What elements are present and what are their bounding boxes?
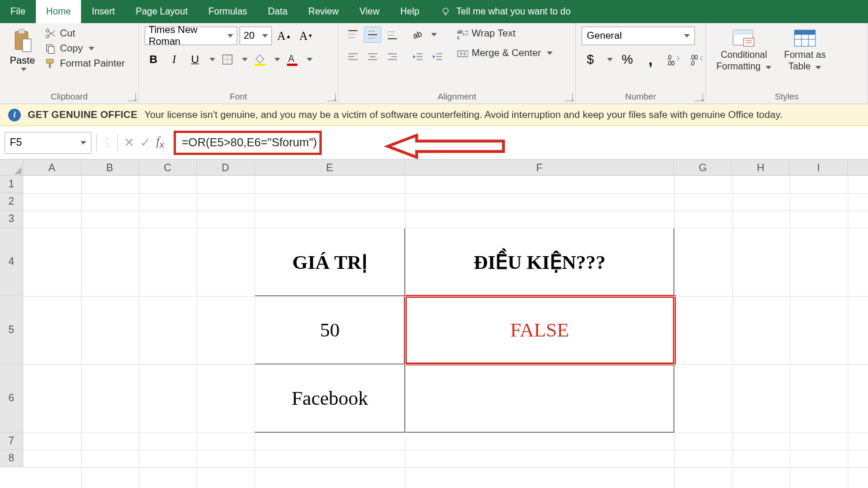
increase-indent-button[interactable]: [429, 49, 446, 65]
font-launcher[interactable]: [328, 93, 336, 101]
font-color-button[interactable]: A: [284, 51, 301, 68]
increase-font-button[interactable]: A▲: [274, 28, 294, 45]
comma-style-button[interactable]: ,: [642, 51, 659, 68]
col-header-H[interactable]: H: [732, 160, 790, 176]
format-as-label-2: Table: [789, 61, 811, 71]
svg-rect-54: [795, 30, 815, 35]
number-format-value: General: [587, 30, 621, 42]
svg-text:c: c: [457, 35, 460, 39]
decrease-decimal-button[interactable]: .00.0: [688, 51, 705, 68]
align-middle-button[interactable]: [364, 27, 381, 43]
fx-icon[interactable]: fx: [156, 135, 164, 151]
row-header-4[interactable]: 4: [0, 228, 23, 296]
tab-data[interactable]: Data: [258, 0, 298, 23]
align-top-button[interactable]: [344, 27, 362, 43]
underline-button[interactable]: U: [186, 51, 204, 68]
chevron-down-icon: [815, 66, 821, 69]
font-family-value: Times New Roman: [149, 24, 220, 47]
chevron-down-icon[interactable]: [274, 58, 280, 61]
cut-button[interactable]: Cut: [42, 27, 127, 40]
fill-color-button[interactable]: [251, 51, 269, 68]
chevron-down-icon[interactable]: [607, 58, 613, 61]
col-header-D[interactable]: D: [197, 160, 255, 176]
alignment-launcher[interactable]: [565, 93, 573, 101]
format-painter-button[interactable]: Format Painter: [42, 57, 127, 71]
format-painter-label: Format Painter: [60, 58, 124, 69]
accept-formula-button[interactable]: ✓: [140, 135, 150, 150]
tab-page-layout[interactable]: Page Layout: [125, 0, 198, 23]
font-size-select[interactable]: 20: [240, 27, 272, 45]
formula-value: =OR(E5>80,E6="Sforum"): [182, 136, 317, 149]
chevron-down-icon[interactable]: [431, 33, 437, 36]
chevron-down-icon[interactable]: [307, 58, 312, 61]
row-header-1[interactable]: 1: [0, 176, 23, 193]
paste-label: Paste: [10, 55, 35, 66]
chevron-down-icon[interactable]: [209, 58, 215, 61]
row-header-5[interactable]: 5: [0, 296, 23, 364]
row-header-6[interactable]: 6: [0, 364, 23, 432]
tab-formulas[interactable]: Formulas: [198, 0, 258, 23]
decrease-indent-button[interactable]: [409, 49, 426, 65]
cell-e6[interactable]: Facebook: [255, 364, 405, 432]
accounting-format-button[interactable]: $: [582, 51, 599, 68]
percent-button[interactable]: %: [619, 51, 636, 68]
font-family-select[interactable]: Times New Roman: [145, 27, 237, 45]
number-launcher[interactable]: [695, 93, 703, 101]
cell-f4[interactable]: ĐIỀU KIỆN???: [405, 228, 674, 296]
col-header-B[interactable]: B: [81, 160, 139, 176]
col-header-C[interactable]: C: [139, 160, 197, 176]
align-right-button[interactable]: [384, 49, 401, 65]
align-left-icon: [347, 51, 359, 62]
conditional-formatting-button[interactable]: Conditional Formatting: [712, 27, 776, 73]
align-left-button[interactable]: [344, 49, 362, 65]
cell-e5[interactable]: 50: [255, 296, 405, 364]
wrap-text-button[interactable]: abc Wrap Text: [454, 27, 555, 40]
bold-button[interactable]: B: [145, 51, 162, 68]
menu-dots-icon[interactable]: ⋮: [102, 137, 112, 148]
row-header-3[interactable]: 3: [0, 210, 23, 228]
col-header-I[interactable]: I: [790, 160, 848, 176]
copy-button[interactable]: Copy: [42, 42, 127, 56]
borders-button[interactable]: [219, 51, 236, 68]
tab-view[interactable]: View: [349, 0, 389, 23]
cell-f6[interactable]: [405, 364, 674, 432]
col-header-A[interactable]: A: [23, 160, 81, 176]
row-header-8[interactable]: 8: [0, 450, 23, 467]
italic-button[interactable]: I: [165, 51, 183, 68]
svg-rect-3: [23, 39, 31, 51]
format-as-table-button[interactable]: Format as Table: [779, 27, 830, 73]
clipboard-launcher[interactable]: [128, 93, 136, 101]
svg-text:ab: ab: [411, 29, 423, 40]
chevron-down-icon[interactable]: [242, 58, 248, 61]
merge-center-button[interactable]: Merge & Center: [454, 46, 555, 60]
tab-file[interactable]: File: [0, 0, 36, 23]
formula-input[interactable]: =OR(E5>80,E6="Sforum"): [174, 131, 322, 155]
row-header-7[interactable]: 7: [0, 432, 23, 450]
paste-button[interactable]: Paste: [6, 27, 39, 73]
cell-e4[interactable]: GIÁ TRỊ: [255, 228, 405, 296]
orientation-button[interactable]: ab: [409, 27, 426, 43]
col-header-G[interactable]: G: [674, 160, 732, 176]
tell-me[interactable]: Tell me what you want to do: [430, 0, 581, 23]
copy-label: Copy: [60, 43, 83, 54]
align-center-button[interactable]: [364, 49, 381, 65]
increase-decimal-button[interactable]: .0.00: [665, 51, 682, 68]
tab-insert[interactable]: Insert: [81, 0, 125, 23]
spreadsheet-grid[interactable]: 12345678 ABCDEFGHI GIÁ TRỊ ĐIỀU KIỆN??? …: [0, 160, 868, 488]
select-all-corner[interactable]: [0, 160, 23, 176]
warning-title: GET GENUINE OFFICE: [28, 109, 138, 121]
align-top-icon: [347, 29, 359, 40]
conditional-label-1: Conditional: [720, 50, 767, 60]
tab-help[interactable]: Help: [390, 0, 430, 23]
name-box[interactable]: F5: [5, 132, 91, 154]
tab-home[interactable]: Home: [36, 0, 82, 23]
row-header-2[interactable]: 2: [0, 193, 23, 210]
cells-area[interactable]: GIÁ TRỊ ĐIỀU KIỆN??? 50 FALSE Facebook: [23, 176, 868, 488]
align-middle-icon: [367, 29, 378, 40]
align-bottom-button[interactable]: [384, 27, 401, 43]
tab-review[interactable]: Review: [298, 0, 349, 23]
increase-decimal-icon: .0.00: [667, 54, 681, 65]
number-format-select[interactable]: General: [582, 27, 695, 45]
decrease-font-button[interactable]: A▼: [296, 28, 315, 45]
cancel-formula-button[interactable]: ✕: [124, 135, 134, 150]
